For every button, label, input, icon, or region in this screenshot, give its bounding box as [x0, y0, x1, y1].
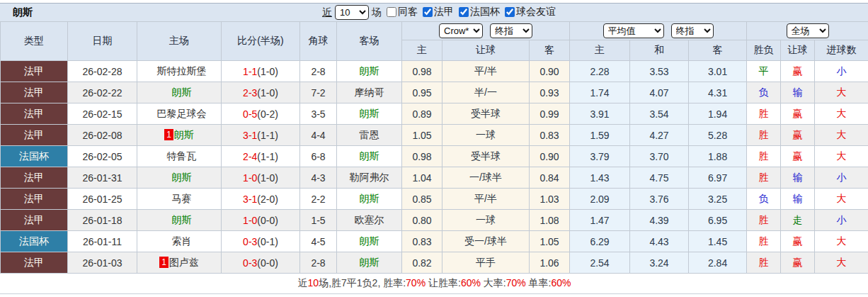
- asian-bookmaker-select[interactable]: Crow*: [439, 23, 483, 38]
- recent-link[interactable]: 近: [322, 6, 332, 19]
- score-cell: 3-1(1-1): [222, 125, 300, 146]
- filter-ligue-1: 法甲: [423, 6, 454, 18]
- corners-cell: 4-5: [300, 231, 337, 252]
- ah-home-odds: 0.83: [402, 231, 442, 252]
- full-time-score: 0-3: [243, 236, 257, 247]
- summary-segment: 大率:: [481, 277, 506, 288]
- filter-same-away: 同客: [387, 6, 418, 18]
- full-time-score: 3-1: [243, 130, 257, 141]
- home-team-cell: 巴黎足球会: [137, 103, 222, 125]
- ah-home-odds: 1.04: [402, 167, 442, 189]
- score-cell: 2-4(1-1): [222, 146, 300, 167]
- eu-home-odds: 2.28: [570, 61, 630, 82]
- ah-away-odds: 0.84: [530, 167, 570, 189]
- corners-cell: 3-5: [300, 103, 337, 125]
- ah-home-odds: 0.82: [402, 252, 442, 274]
- league-type-cell: 法甲: [1, 252, 68, 274]
- home-team-name: 朗斯: [172, 214, 192, 225]
- away-team-name: 朗斯: [360, 257, 379, 268]
- league-type-cell: 法甲: [1, 167, 68, 189]
- match-row: 法甲 26-01-31 朗斯 1-0(1-0) 4-3 勒阿弗尔 1.04 一/…: [1, 167, 868, 189]
- coupe-de-france-checkbox[interactable]: [459, 7, 469, 17]
- eu-away-odds: 6.97: [689, 167, 747, 189]
- away-team-cell: 勒阿弗尔: [337, 167, 402, 189]
- score-cell: 1-0(1-0): [222, 167, 300, 189]
- ligue-1-label: 法甲: [434, 6, 454, 18]
- home-team-cell: 索肖: [137, 231, 222, 252]
- euro-time-select[interactable]: 终指: [671, 23, 714, 38]
- eu-home-odds: 1.47: [570, 210, 630, 231]
- ah-line: 一球: [442, 125, 530, 146]
- eu-draw-odds: 4.43: [630, 231, 689, 252]
- result-outcome: 胜: [747, 167, 781, 189]
- recent-count-select[interactable]: 10: [335, 5, 369, 20]
- col-header-eu-away: 客: [689, 40, 747, 61]
- away-team-cell: 欧塞尔: [337, 210, 402, 231]
- summary-segment: 60%: [461, 277, 481, 288]
- col-header-ah-away: 客: [530, 40, 570, 61]
- scope-selector-cell: 全场: [747, 22, 868, 40]
- result-goals: 大: [815, 189, 868, 210]
- result-handicap: 输: [781, 82, 815, 103]
- eu-away-odds: 3.25: [689, 189, 747, 210]
- asian-time-select[interactable]: 终指: [490, 23, 532, 38]
- eu-draw-odds: 3.70: [630, 146, 689, 167]
- away-team-cell: 雷恩: [337, 125, 402, 146]
- home-team-name: 特鲁瓦: [167, 150, 197, 162]
- summary-segment: 近: [298, 277, 308, 288]
- half-time-score: (1-1): [257, 151, 278, 162]
- half-time-score: (1-0): [257, 87, 278, 99]
- away-team-name: 朗斯: [360, 193, 379, 204]
- ligue-1-checkbox[interactable]: [423, 7, 433, 17]
- filter-club-friendly: 球会友谊: [505, 6, 556, 18]
- league-type-cell: 法甲: [1, 103, 68, 125]
- away-team-name: 摩纳哥: [355, 86, 384, 98]
- half-time-score: (0-2): [257, 108, 278, 120]
- eu-away-odds: 5.28: [689, 125, 747, 146]
- away-team-cell: 朗斯: [337, 61, 402, 82]
- euro-bookmaker-select[interactable]: 平均值: [603, 23, 664, 38]
- result-outcome: 胜: [747, 125, 781, 146]
- filter-coupe-de-france: 法国杯: [459, 6, 500, 18]
- col-header-away: 客场: [337, 22, 402, 61]
- match-date: 26-02-28: [68, 61, 137, 82]
- eu-home-odds: 2.54: [570, 252, 630, 274]
- scope-select[interactable]: 全场: [787, 23, 829, 38]
- half-time-score: (0-1): [257, 236, 278, 247]
- same-away-checkbox[interactable]: [387, 7, 396, 17]
- half-time-score: (2-0): [257, 194, 278, 205]
- half-time-score: (0-0): [257, 257, 278, 269]
- result-handicap: 赢: [781, 231, 815, 252]
- result-goals: 小: [815, 167, 868, 189]
- result-goals: 小: [815, 61, 868, 82]
- result-outcome: 胜: [747, 146, 781, 167]
- home-team-cell: 马赛: [137, 189, 222, 210]
- result-goals: 大: [815, 125, 868, 146]
- corners-cell: 2-8: [300, 61, 337, 82]
- result-outcome: 胜: [747, 252, 781, 274]
- league-filter-group: 同客法甲法国杯球会友谊: [382, 6, 556, 19]
- corners-cell: 6-8: [300, 146, 337, 167]
- ah-line: 半/一: [442, 82, 530, 103]
- matches-label: 场: [372, 6, 382, 19]
- half-time-score: (1-1): [257, 130, 278, 141]
- eu-draw-odds: 4.39: [630, 210, 689, 231]
- result-goals: 大: [815, 231, 868, 252]
- eu-home-odds: 1.59: [570, 125, 630, 146]
- away-team-name: 欧塞尔: [355, 214, 384, 225]
- eu-away-odds: 1.88: [689, 146, 747, 167]
- club-friendly-checkbox[interactable]: [505, 7, 515, 17]
- ah-away-odds: 0.90: [530, 61, 570, 82]
- match-date: 26-01-31: [68, 167, 137, 189]
- home-team-name: 图卢兹: [169, 257, 199, 268]
- result-handicap: 赢: [781, 125, 815, 146]
- ah-line: 平手: [442, 252, 530, 274]
- team-recent-matches-panel: 朗斯 近 10 场 同客法甲法国杯球会友谊 类型 日期 主场 比分(半场) 角球: [0, 3, 868, 294]
- match-date: 26-01-18: [68, 210, 137, 231]
- match-date: 26-01-03: [68, 252, 137, 274]
- away-team-cell: 朗斯: [337, 103, 402, 125]
- home-team-cell: 朗斯: [137, 167, 222, 189]
- half-time-score: (1-0): [257, 172, 278, 184]
- score-cell: 0-3(0-1): [222, 231, 300, 252]
- eu-home-odds: 6.29: [570, 231, 630, 252]
